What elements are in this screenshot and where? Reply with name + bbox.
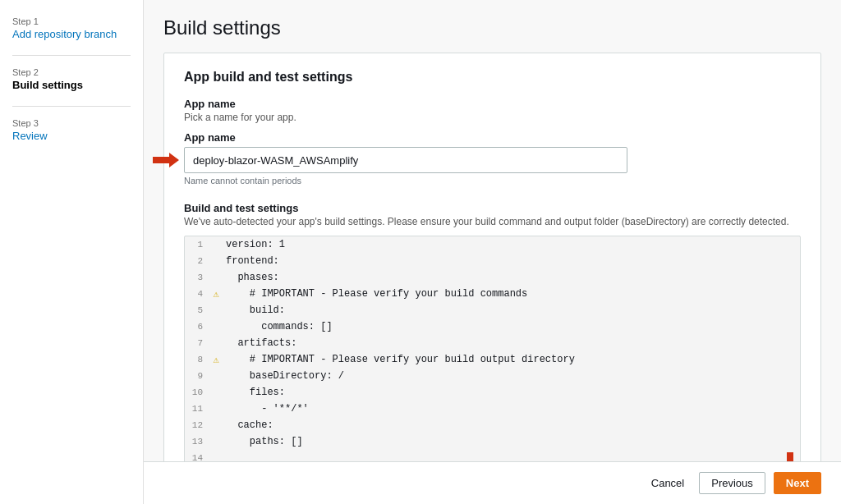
- code-line: 13 paths: []: [185, 433, 800, 450]
- svg-marker-0: [153, 153, 179, 167]
- page-title: Build settings: [163, 16, 821, 39]
- line-number: 8: [185, 355, 209, 364]
- build-test-section-desc: We've auto-detected your app's build set…: [184, 216, 801, 227]
- bottom-bar: Cancel Previous Next: [144, 461, 841, 504]
- line-code-text: build:: [223, 305, 285, 316]
- line-number: 12: [185, 420, 209, 430]
- code-line: 9 baseDirectory: /: [185, 368, 800, 384]
- app-name-input[interactable]: [184, 147, 627, 173]
- app-name-input-row: [184, 147, 801, 173]
- sidebar-item-review: Review: [12, 130, 131, 142]
- line-code-text: # IMPORTANT - Please verify your build c…: [223, 288, 527, 300]
- build-test-section-title: Build and test settings: [184, 202, 801, 214]
- line-number: 10: [185, 387, 209, 397]
- code-line: 7 artifacts:: [185, 335, 800, 351]
- code-line: 5 build:: [185, 302, 800, 318]
- line-number: 13: [185, 437, 209, 447]
- code-line: 10 files:: [185, 384, 800, 401]
- left-arrow-annotation: [153, 151, 179, 169]
- red-arrow-icon: [153, 151, 179, 169]
- app-name-hint: Name cannot contain periods: [184, 176, 801, 186]
- app-name-field-label: App name: [184, 131, 801, 144]
- step-3-label: Step 3: [12, 118, 131, 128]
- code-line: 8⚠ # IMPORTANT - Please verify your buil…: [185, 351, 800, 368]
- line-number: 3: [185, 273, 209, 282]
- input-wrapper: [184, 147, 627, 173]
- app-name-section: App name Pick a name for your app. App n…: [184, 98, 801, 186]
- line-code-text: phases:: [223, 272, 279, 283]
- app-name-section-desc: Pick a name for your app.: [184, 112, 801, 123]
- line-code-text: files:: [223, 387, 285, 398]
- cancel-button[interactable]: Cancel: [645, 473, 691, 493]
- step-1-block: Step 1 Add repository branch: [12, 16, 131, 40]
- line-number: 2: [185, 256, 209, 266]
- line-number: 7: [185, 338, 209, 348]
- step-1-label: Step 1: [12, 16, 131, 26]
- line-code-text: - '**/*': [223, 403, 309, 415]
- step-3-block: Step 3 Review: [12, 118, 131, 142]
- line-code-text: artifacts:: [223, 337, 296, 349]
- sidebar-item-build-settings[interactable]: Build settings: [12, 79, 131, 91]
- step-2-block: Step 2 Build settings: [12, 67, 131, 91]
- card-title: App build and test settings: [184, 70, 801, 85]
- code-line: 12 cache:: [185, 417, 800, 433]
- line-code-text: commands: []: [223, 321, 333, 332]
- code-line: 11 - '**/*': [185, 401, 800, 417]
- line-code-text: baseDirectory: /: [223, 370, 344, 382]
- code-line: 4⚠ # IMPORTANT - Please verify your buil…: [185, 286, 800, 302]
- build-test-section: Build and test settings We've auto-detec…: [184, 202, 801, 496]
- line-number: 9: [185, 371, 209, 381]
- code-line: 6 commands: []: [185, 318, 800, 335]
- code-line: 3 phases:: [185, 269, 800, 286]
- previous-button[interactable]: Previous: [699, 472, 765, 494]
- app-name-section-title: App name: [184, 98, 801, 110]
- code-editor: 1version: 12frontend:3 phases:4⚠ # IMPOR…: [184, 236, 801, 467]
- line-warning-icon: ⚠: [209, 354, 223, 366]
- line-warning-icon: ⚠: [209, 288, 223, 300]
- line-number: 4: [185, 289, 209, 299]
- step-2-label: Step 2: [12, 67, 131, 77]
- line-code-text: version: 1: [223, 239, 285, 250]
- step-divider-1: [12, 55, 131, 56]
- line-number: 11: [185, 404, 209, 414]
- line-code-text: # IMPORTANT - Please verify your build o…: [223, 354, 575, 365]
- line-number: 1: [185, 240, 209, 250]
- sidebar-item-add-repository-branch[interactable]: Add repository branch: [12, 28, 131, 40]
- build-settings-card: App build and test settings App name Pic…: [163, 53, 821, 504]
- step-divider-2: [12, 106, 131, 107]
- code-line: 2frontend:: [185, 253, 800, 269]
- line-code-text: cache:: [223, 419, 273, 431]
- next-button[interactable]: Next: [774, 472, 821, 494]
- sidebar: Step 1 Add repository branch Step 2 Buil…: [0, 0, 144, 504]
- line-number: 6: [185, 322, 209, 332]
- code-line: 1version: 1: [185, 236, 800, 253]
- line-number: 5: [185, 305, 209, 315]
- line-code-text: paths: []: [223, 436, 303, 447]
- main-content: Build settings App build and test settin…: [144, 0, 841, 504]
- line-code-text: frontend:: [223, 255, 279, 267]
